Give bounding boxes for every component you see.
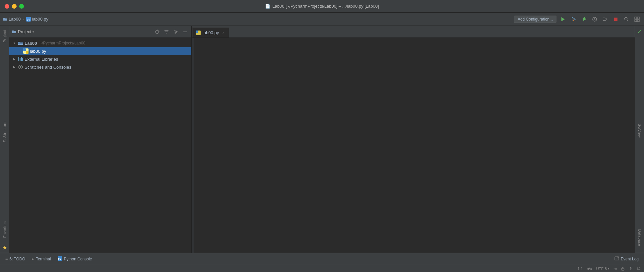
debug-button[interactable] [569, 15, 578, 24]
svg-rect-40 [196, 31, 198, 33]
run-coverage-button[interactable]: % [580, 15, 588, 24]
svg-marker-2 [561, 17, 565, 21]
python-console-button[interactable]: py Python Console [55, 255, 95, 263]
breadcrumb-sep: › [23, 17, 24, 22]
editor-content [192, 38, 635, 253]
sidebar-label-project[interactable]: Project [3, 27, 7, 45]
tree-label-lab00py: lab00.py [30, 49, 46, 54]
search-button[interactable] [622, 15, 631, 24]
editor-gutter [192, 38, 194, 253]
profile-button[interactable] [590, 15, 599, 24]
breadcrumb-label-lab00py: lab00.py [32, 17, 48, 22]
project-tree: ▾ Lab00 ~/PycharmProjects/Lab00 ▶ lab00.… [9, 38, 191, 253]
statusbar-right: 1:1 n/a UTF-8 ▾ ⇥ [577, 266, 641, 271]
statusbar-notifications[interactable] [637, 267, 641, 271]
tree-item-external-libs[interactable]: ▶ External Libraries [9, 55, 191, 63]
svg-rect-13 [614, 18, 617, 21]
statusbar-indent[interactable]: ⇥ [613, 266, 617, 271]
gear-icon[interactable] [172, 28, 179, 35]
todo-button[interactable]: ≡ 6: TODO [3, 255, 28, 262]
svg-rect-33 [18, 57, 19, 61]
notifications-icon [637, 267, 641, 271]
statusbar-git[interactable] [629, 267, 633, 271]
svg-text:%: % [585, 17, 586, 19]
layout-button[interactable] [633, 15, 641, 24]
python-icon [23, 48, 29, 54]
svg-point-44 [617, 257, 618, 258]
project-header-icons [154, 28, 189, 35]
statusbar: 1:1 n/a UTF-8 ▾ ⇥ [0, 265, 644, 272]
project-panel: Project ▾ [9, 26, 192, 253]
run-button[interactable] [558, 15, 567, 24]
project-dropdown-arrow[interactable]: ▾ [32, 30, 34, 34]
git-push-icon [629, 267, 633, 271]
concurrency-button[interactable] [601, 15, 610, 24]
bottom-toolbar: ≡ 6: TODO ▸ Terminal py Python Console E… [0, 253, 644, 265]
filter-icon[interactable] [163, 28, 170, 35]
left-sidebar-strip: Project Z: Structure Favorites ★ [0, 26, 9, 253]
tree-item-scratches[interactable]: ▶ Scratches and Consoles [9, 63, 191, 71]
svg-line-10 [605, 18, 607, 19]
close-button[interactable] [5, 4, 9, 9]
statusbar-position[interactable]: 1:1 [577, 267, 583, 271]
tree-item-lab00py[interactable]: ▶ lab00.py [9, 47, 191, 55]
sidebar-label-structure[interactable]: Z: Structure [3, 119, 7, 145]
maximize-button[interactable] [19, 4, 24, 9]
svg-text:py: py [27, 18, 30, 21]
statusbar-encoding[interactable]: UTF-8 ▾ [596, 267, 610, 271]
svg-point-38 [20, 66, 21, 68]
tree-item-lab00-root[interactable]: ▾ Lab00 ~/PycharmProjects/Lab00 [9, 39, 191, 47]
statusbar-column[interactable]: n/a [587, 267, 592, 271]
scratches-icon [18, 64, 23, 70]
python-console-icon: py [58, 256, 62, 262]
tab-python-icon [196, 31, 201, 35]
expand-arrow-scratches: ▶ [12, 65, 17, 69]
breadcrumb-label-lab00: Lab00 [9, 17, 21, 22]
statusbar-lock[interactable] [621, 267, 625, 271]
tree-label-scratches: Scratches and Consoles [25, 65, 71, 70]
column-label: n/a [587, 267, 592, 271]
editor-main-content[interactable] [194, 38, 635, 253]
svg-rect-34 [20, 58, 21, 61]
svg-rect-32 [26, 51, 29, 54]
indent-label: ⇥ [613, 266, 617, 271]
svg-line-12 [605, 19, 607, 21]
editor-tab-lab00py[interactable]: lab00.py × [192, 28, 229, 37]
stop-button[interactable] [612, 15, 620, 24]
traffic-lights [5, 4, 24, 9]
todo-icon: ≡ [5, 256, 8, 261]
editor-area: lab00.py × [192, 26, 635, 253]
breadcrumb: Lab00 › py lab00.py [3, 17, 513, 22]
svg-rect-18 [635, 20, 637, 22]
terminal-button[interactable]: ▸ Terminal [29, 255, 53, 262]
add-configuration-button[interactable]: Add Configuration... [514, 16, 556, 23]
tab-label-lab00py: lab00.py [203, 30, 219, 35]
breadcrumb-lab00[interactable]: Lab00 [3, 17, 21, 22]
main-content: Project Z: Structure Favorites ★ Project… [0, 26, 644, 253]
favorites-star-icon[interactable]: ★ [2, 244, 7, 253]
title-file-icon: 📄 [265, 4, 270, 9]
event-log-icon [614, 256, 619, 262]
minimize-button[interactable] [12, 4, 17, 9]
breadcrumb-lab00py[interactable]: py lab00.py [26, 17, 48, 22]
event-log-button[interactable]: Event Log [612, 255, 641, 263]
vcs-check-icon[interactable]: ✓ [637, 29, 642, 35]
sidebar-label-sciview[interactable]: SciView [638, 121, 642, 140]
locate-icon[interactable] [154, 28, 161, 35]
encoding-label: UTF-8 [596, 267, 607, 271]
lock-icon [621, 267, 625, 271]
sidebar-label-database[interactable]: Database [638, 227, 642, 249]
svg-text:py: py [58, 257, 61, 260]
svg-rect-35 [21, 57, 22, 61]
external-libs-icon [18, 56, 23, 62]
toolbar-right: Add Configuration... % [514, 15, 641, 24]
svg-rect-16 [635, 17, 637, 19]
sidebar-label-favorites[interactable]: Favorites [3, 219, 7, 240]
collapse-all-icon[interactable] [181, 28, 189, 35]
todo-label: 6: TODO [10, 257, 26, 261]
svg-rect-36 [22, 58, 23, 61]
project-panel-header: Project ▾ [9, 26, 191, 38]
tab-close-lab00py[interactable]: × [221, 31, 225, 35]
tree-label-ext-libs: External Libraries [25, 57, 58, 62]
svg-point-28 [175, 31, 177, 33]
